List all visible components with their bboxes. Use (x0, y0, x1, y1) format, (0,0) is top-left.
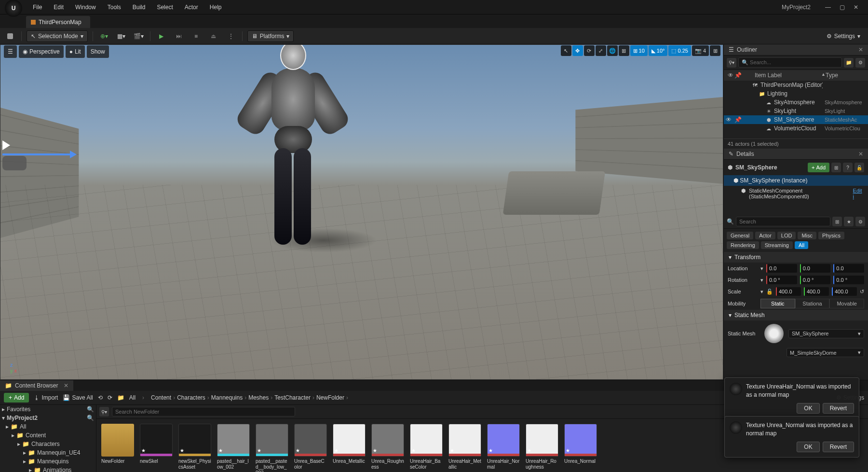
menu-tools[interactable]: Tools (102, 1, 127, 14)
cb-folder-button[interactable]: 📁 (117, 394, 124, 401)
asset-item[interactable]: ★Unrea_Metallic (333, 424, 366, 472)
cb-add-button[interactable]: +Add (4, 393, 29, 403)
tree-row[interactable]: ▸📁Content (0, 431, 96, 440)
instance-row[interactable]: ⬢ SM_SkySphere (Instance) (724, 175, 868, 186)
save-button[interactable] (4, 30, 16, 42)
rot-y[interactable]: 0.0 ° (800, 276, 831, 284)
scale-tool[interactable]: ⤢ (596, 45, 606, 56)
search-icon[interactable]: 🔍 (87, 415, 94, 421)
filter-button[interactable]: ⚲▾ (727, 58, 736, 68)
asset-item[interactable]: NewFolder (101, 424, 134, 472)
scale-snap-button[interactable]: ⬚0.25 (668, 45, 691, 56)
crumb-content[interactable]: Content (151, 394, 171, 401)
filter-lod[interactable]: LOD (777, 232, 796, 239)
transform-section[interactable]: ▾Transform (724, 252, 868, 263)
crumb-meshes[interactable]: Meshes (248, 394, 269, 401)
outliner-row[interactable]: ☀SkyLightSkyLight (724, 107, 868, 115)
skip-button[interactable]: ⏭ (173, 30, 185, 42)
details-tab[interactable]: ✎ Details ✕ (724, 149, 868, 160)
outliner-row[interactable]: ☁VolumetricCloudVolumetricClou (724, 124, 868, 133)
crumb-testcharacter[interactable]: TestCharacter (274, 394, 311, 401)
asset-item[interactable]: ★Unrea_BaseColor (294, 424, 327, 472)
mobility-stationa[interactable]: Stationa (795, 299, 830, 308)
browse-icon[interactable]: ⊞ (831, 163, 841, 172)
eject-button[interactable]: ⏏ (207, 30, 220, 42)
asset-item[interactable]: ★UnreaHair_Metallic (448, 424, 481, 472)
asset-item[interactable]: ★UnreaHair_Roughness (526, 424, 558, 472)
filter-all[interactable]: All (795, 241, 808, 249)
rot-x[interactable]: 0.0 ° (766, 276, 797, 284)
help-icon[interactable]: ? (843, 163, 853, 172)
maximize-icon[interactable]: ▢ (840, 4, 845, 11)
filter-physics[interactable]: Physics (818, 232, 844, 239)
menu-help[interactable]: Help (204, 1, 228, 14)
asset-item[interactable]: ★pasted__hair_low_002 (217, 424, 250, 472)
scale-y[interactable]: 400.0 (804, 287, 829, 296)
scale-z[interactable]: 400.0 (832, 287, 857, 296)
cb-save-all-button[interactable]: 💾Save All (63, 394, 93, 401)
close-icon[interactable]: ✕ (64, 382, 68, 389)
lock-icon[interactable]: 🔓 (854, 163, 864, 172)
tree-row[interactable]: ▸📁Mannequins (0, 457, 96, 466)
settings-button[interactable]: ⚙ Settings ▾ (823, 31, 864, 42)
filter-button[interactable]: ⚲▾ (99, 407, 109, 416)
stop-button[interactable]: ■ (190, 30, 203, 42)
asset-item[interactable]: ★newSkel_PhysicsAsset (178, 424, 211, 472)
minimize-icon[interactable]: — (825, 4, 831, 11)
camera-speed-button[interactable]: 📷4 (692, 45, 709, 56)
show-button[interactable]: Show (87, 45, 109, 58)
select-tool[interactable]: ↖ (561, 45, 571, 56)
platforms-button[interactable]: 🖥 Platforms ▾ (247, 30, 294, 42)
search-icon[interactable]: 🔍 (87, 406, 94, 413)
map-tab[interactable]: ThirdPersonMap (26, 16, 90, 28)
filter-actor[interactable]: Actor (755, 232, 775, 239)
col-label[interactable]: Item Label (755, 72, 821, 79)
angle-snap-button[interactable]: ◣10° (649, 45, 668, 56)
eye-icon[interactable]: 👁 (728, 72, 734, 79)
tree-row[interactable]: ▸📁Mannequin_UE4 (0, 448, 96, 457)
selection-mode-button[interactable]: ↖ Selection Mode ▾ (27, 30, 88, 42)
mobility-movable[interactable]: Movable (829, 299, 864, 308)
play-options-button[interactable]: ⋮ (225, 30, 237, 42)
marketplace-button[interactable]: ▦▾ (115, 30, 128, 42)
grid-snap-button[interactable]: ⊞10 (630, 45, 648, 56)
content-browser-tab[interactable]: 📁 Content Browser ✕ (0, 380, 73, 391)
static-mesh-dropdown[interactable]: SM_SkySphere▾ (788, 329, 864, 338)
edit-link[interactable]: Edit i (853, 188, 863, 199)
filter-general[interactable]: General (727, 232, 753, 239)
cb-all-crumb[interactable]: All (129, 394, 136, 401)
details-search-input[interactable] (736, 217, 830, 226)
crumb-characters[interactable]: Characters (177, 394, 205, 401)
close-icon[interactable]: ✕ (858, 46, 863, 53)
mesh-thumbnail[interactable] (764, 324, 784, 343)
toast-revert-button[interactable]: Revert (823, 442, 854, 452)
tree-row[interactable]: ▸📁Characters (0, 440, 96, 448)
filter-streaming[interactable]: Streaming (761, 241, 793, 249)
outliner-row[interactable]: ☁SkyAtmosphereSkyAtmosphere (724, 98, 868, 107)
menu-select[interactable]: Select (151, 1, 178, 14)
outliner-settings-button[interactable]: ⚙ (855, 58, 865, 68)
component-row[interactable]: ⬢StaticMeshComponent (StaticMeshComponen… (724, 186, 868, 201)
add-component-button[interactable]: +Add (808, 163, 829, 172)
asset-item[interactable]: ★pasted__pasted__body_low_003 (256, 424, 288, 472)
scale-x[interactable]: 400.0 (776, 287, 801, 296)
project-row[interactable]: ▾MyProject2🔍 (0, 414, 96, 422)
crumb-newfolder[interactable]: NewFolder (316, 394, 344, 401)
surface-snap-toggle[interactable]: ⊞ (619, 45, 629, 56)
static-mesh-section[interactable]: ▾Static Mesh (724, 310, 868, 320)
property-matrix-icon[interactable]: ⊞ (832, 217, 842, 226)
toast-revert-button[interactable]: Revert (823, 403, 854, 414)
mobility-static[interactable]: Static (760, 299, 795, 308)
close-icon[interactable]: ✕ (858, 151, 863, 157)
lit-button[interactable]: ● Lit (66, 45, 85, 58)
asset-item[interactable]: ★newSkel (140, 424, 173, 472)
favorites-row[interactable]: ▸Favorites🔍 (0, 405, 96, 414)
outliner-search[interactable]: 🔍 Search... (738, 57, 842, 68)
outliner-row[interactable]: 📁Lighting (724, 89, 868, 98)
col-type[interactable]: Type (826, 72, 864, 79)
tree-row[interactable]: ▸📁Animations (0, 466, 96, 472)
history-back-button[interactable]: ⟲ (98, 394, 103, 401)
loc-z[interactable]: 0.0 (833, 264, 864, 273)
menu-actor[interactable]: Actor (179, 1, 204, 14)
toast-ok-button[interactable]: OK (797, 403, 819, 414)
